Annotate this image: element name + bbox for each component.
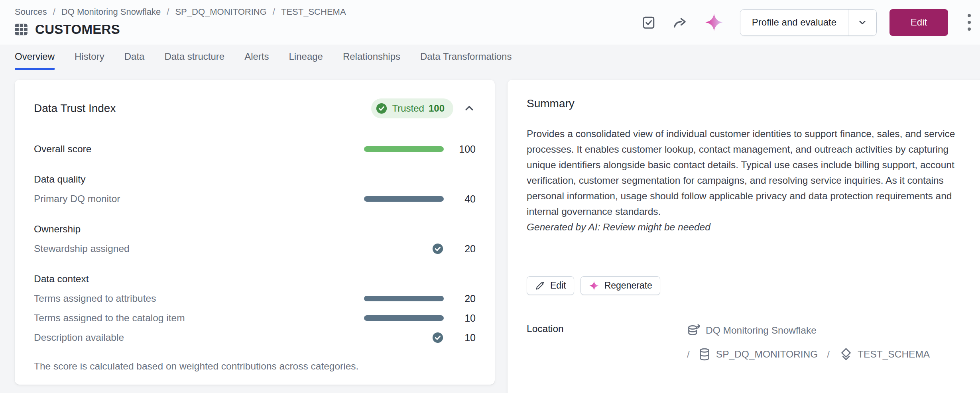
- location-database-name: SP_DQ_MONITORING: [716, 349, 818, 360]
- trust-row-value: 10: [444, 332, 476, 344]
- trust-section-heading: Ownership: [34, 224, 476, 235]
- criterion-met-check-icon: [432, 243, 444, 255]
- summary-card: Summary Provides a consolidated view of …: [508, 80, 980, 393]
- profile-evaluate-split-button: Profile and evaluate: [740, 9, 877, 36]
- tab-data-transformations[interactable]: Data Transformations: [420, 51, 512, 70]
- more-options-kebab-button[interactable]: [964, 10, 974, 34]
- trusted-badge-value: 100: [429, 103, 445, 114]
- score-bar: [364, 315, 444, 321]
- checkbox-check-icon: [641, 15, 656, 30]
- trust-row-label: Primary DQ monitor: [34, 193, 364, 204]
- data-trust-index-card: Data Trust Index Trusted 100 Overall sco…: [15, 80, 495, 385]
- trust-row-label: Description available: [34, 332, 364, 343]
- summary-edit-label: Edit: [550, 280, 566, 291]
- trust-section-data-context: Data context: [34, 272, 476, 286]
- pencil-icon: [535, 280, 545, 291]
- tab-lineage[interactable]: Lineage: [289, 51, 323, 70]
- breadcrumb-sources[interactable]: Sources: [15, 7, 47, 17]
- collapse-card-button[interactable]: [463, 102, 476, 115]
- share-arrow-icon: [671, 14, 688, 31]
- trust-row-terms-attributes: Terms assigned to attributes 20: [34, 291, 476, 306]
- tab-bar: Overview History Data Data structure Ale…: [15, 51, 512, 70]
- location-path-line: / SP_DQ_MONITORING / TEST_SCHEMA: [687, 347, 968, 362]
- tab-data-structure[interactable]: Data structure: [164, 51, 224, 70]
- share-button[interactable]: [671, 14, 688, 31]
- tab-data[interactable]: Data: [124, 51, 145, 70]
- trust-index-title: Data Trust Index: [34, 102, 116, 115]
- trust-row-value: 10: [444, 312, 476, 324]
- chevron-up-icon: [463, 102, 476, 115]
- location-source-link[interactable]: DQ Monitoring Snowflake: [687, 323, 817, 338]
- ai-assistant-button[interactable]: [704, 12, 724, 32]
- trust-row-label: Stewardship assigned: [34, 243, 364, 254]
- tasks-checkbox-button[interactable]: [641, 15, 656, 30]
- score-bar: [364, 196, 444, 202]
- trust-row-value: 40: [444, 193, 476, 205]
- breadcrumb-separator: /: [167, 7, 169, 17]
- tab-overview[interactable]: Overview: [15, 51, 55, 70]
- breadcrumb-separator: /: [53, 7, 55, 17]
- database-source-icon: [687, 323, 701, 338]
- trust-row-primary-dq-monitor: Primary DQ monitor 40: [34, 192, 476, 206]
- summary-title: Summary: [527, 97, 968, 110]
- database-icon: [697, 347, 712, 362]
- trusted-badge-label: Trusted: [392, 103, 424, 114]
- location-separator: /: [827, 349, 830, 360]
- trust-section-data-quality: Data quality: [34, 172, 476, 187]
- trusted-check-icon: [376, 102, 388, 114]
- page-header: Sources / DQ Monitoring Snowflake / SP_D…: [0, 0, 980, 45]
- section-divider: [527, 308, 968, 308]
- trust-row-label: Overall score: [34, 143, 364, 155]
- ai-generated-note: Generated by AI: Review might be needed: [527, 219, 962, 235]
- criterion-met-check-icon: [432, 332, 444, 344]
- breadcrumb: Sources / DQ Monitoring Snowflake / SP_D…: [15, 7, 346, 17]
- score-bar: [364, 296, 444, 301]
- location-separator: /: [687, 349, 690, 360]
- trust-row-label: Terms assigned to the catalog item: [34, 312, 364, 324]
- location-source-name: DQ Monitoring Snowflake: [706, 325, 817, 336]
- tab-history[interactable]: History: [75, 51, 104, 70]
- trust-row-value: 20: [444, 293, 476, 305]
- trust-row-stewardship-assigned: Stewardship assigned 20: [34, 242, 476, 256]
- location-source-line: DQ Monitoring Snowflake: [687, 323, 968, 338]
- page-title: CUSTOMERS: [35, 22, 120, 37]
- tab-relationships[interactable]: Relationships: [343, 51, 400, 70]
- location-schema-name: TEST_SCHEMA: [858, 349, 930, 360]
- trust-row-overall-score: Overall score 100: [34, 142, 476, 156]
- trust-section-ownership: Ownership: [34, 222, 476, 236]
- trust-row-value: 20: [444, 243, 476, 255]
- breadcrumb-source-name[interactable]: DQ Monitoring Snowflake: [61, 7, 161, 17]
- overall-score-bar: [364, 146, 444, 152]
- trust-section-heading: Data context: [34, 273, 476, 285]
- trust-row-label: Terms assigned to attributes: [34, 293, 364, 304]
- location-schema-link[interactable]: TEST_SCHEMA: [839, 347, 930, 362]
- table-icon: [13, 22, 29, 37]
- summary-description: Provides a consolidated view of individu…: [527, 126, 962, 219]
- schema-icon: [839, 347, 853, 362]
- regenerate-button[interactable]: Regenerate: [581, 276, 660, 295]
- breadcrumb-separator: /: [273, 7, 275, 17]
- summary-edit-button[interactable]: Edit: [527, 276, 574, 295]
- regenerate-label: Regenerate: [604, 280, 652, 291]
- edit-button[interactable]: Edit: [889, 9, 948, 36]
- ai-diamond-icon: [588, 280, 600, 291]
- profile-evaluate-dropdown-button[interactable]: [848, 10, 876, 35]
- ai-sparkle-diamond-icon: [704, 12, 724, 32]
- trust-row-description-available: Description available 10: [34, 330, 476, 345]
- trust-row-value: 100: [444, 143, 476, 155]
- profile-evaluate-button[interactable]: Profile and evaluate: [740, 10, 848, 35]
- trust-row-terms-catalog-item: Terms assigned to the catalog item 10: [34, 311, 476, 325]
- location-label: Location: [527, 323, 687, 362]
- tab-alerts[interactable]: Alerts: [244, 51, 269, 70]
- chevron-down-icon: [857, 17, 868, 28]
- trust-section-heading: Data quality: [34, 174, 476, 185]
- location-database-link[interactable]: SP_DQ_MONITORING: [697, 347, 818, 362]
- trusted-score-badge: Trusted 100: [371, 98, 453, 118]
- breadcrumb-schema[interactable]: TEST_SCHEMA: [281, 7, 346, 17]
- trust-index-footnote: The score is calculated based on weighte…: [34, 361, 476, 372]
- breadcrumb-database[interactable]: SP_DQ_MONITORING: [175, 7, 266, 17]
